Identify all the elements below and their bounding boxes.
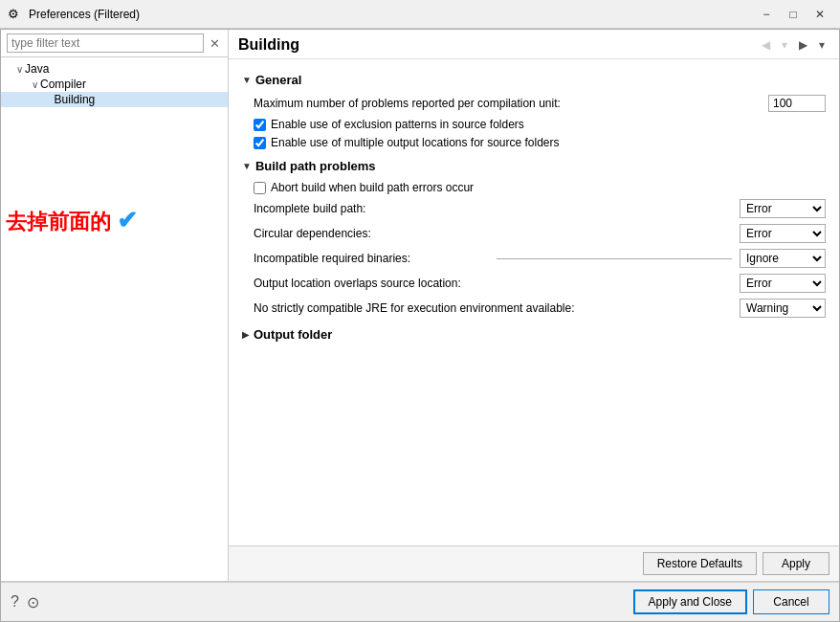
footer-icons: ? ⊙ bbox=[11, 593, 39, 611]
window-controls: − □ ✕ bbox=[754, 5, 832, 24]
max-problems-label: Maximum number of problems reported per … bbox=[254, 97, 768, 110]
multiple-output-checkbox[interactable] bbox=[254, 137, 266, 149]
nav-back-dropdown[interactable]: ▾ bbox=[777, 35, 792, 55]
apply-button[interactable]: Apply bbox=[763, 552, 829, 575]
nav-buttons: ◀ ▾ ▶ ▾ bbox=[757, 35, 829, 55]
incompatible-binaries-label: Incompatible required binaries: bbox=[254, 252, 489, 265]
tree-label-java: Java bbox=[25, 62, 49, 76]
tree-toggle-building bbox=[47, 95, 53, 105]
abort-build-row: Abort build when build path errors occur bbox=[254, 181, 826, 194]
no-jre-row: No strictly compatible JRE for execution… bbox=[254, 299, 826, 318]
max-problems-input[interactable] bbox=[768, 95, 826, 112]
incomplete-buildpath-row: Incomplete build path: Error Warning Ign… bbox=[254, 199, 826, 218]
incomplete-buildpath-select[interactable]: Error Warning Ignore bbox=[740, 199, 826, 218]
nav-forward-button[interactable]: ▶ bbox=[794, 35, 812, 55]
output-overlaps-label: Output location overlaps source location… bbox=[254, 277, 740, 290]
footer-right-buttons: Apply and Close Cancel bbox=[633, 589, 829, 614]
nav-back-button[interactable]: ◀ bbox=[757, 35, 775, 55]
tree-area: ∨ Java ∨ Compiler Building 去掉前面的 ✔ bbox=[1, 57, 228, 581]
tree-label-building: Building bbox=[55, 93, 96, 106]
buildpath-section-content: Abort build when build path errors occur… bbox=[254, 181, 826, 318]
output-overlaps-row: Output location overlaps source location… bbox=[254, 274, 826, 293]
max-problems-row: Maximum number of problems reported per … bbox=[254, 95, 826, 112]
app-icon: ⚙ bbox=[8, 7, 23, 22]
right-header: Building ◀ ▾ ▶ ▾ bbox=[229, 30, 839, 59]
minimize-button[interactable]: − bbox=[754, 5, 779, 24]
output-overlaps-select[interactable]: Error Warning Ignore bbox=[740, 274, 826, 293]
tree-item-compiler[interactable]: ∨ Compiler bbox=[1, 77, 228, 92]
incompatible-binaries-select[interactable]: Error Warning Ignore bbox=[740, 249, 826, 268]
no-jre-select[interactable]: Error Warning Ignore bbox=[740, 299, 826, 318]
incompatible-binaries-row: Incompatible required binaries: Error Wa… bbox=[254, 249, 826, 268]
general-section-title: General bbox=[255, 73, 301, 87]
filter-clear-button[interactable]: ✕ bbox=[208, 36, 222, 51]
filter-input[interactable] bbox=[7, 33, 204, 53]
circular-deps-label: Circular dependencies: bbox=[254, 227, 740, 240]
apply-and-close-button[interactable]: Apply and Close bbox=[633, 589, 747, 614]
bottom-bar: Restore Defaults Apply bbox=[229, 545, 839, 581]
annotation-checkmark: ✔ bbox=[117, 206, 138, 234]
multiple-output-link[interactable]: multiple output locations bbox=[344, 136, 468, 149]
buildpath-section-title: Build path problems bbox=[255, 159, 376, 173]
outputfolder-section-title: Output folder bbox=[254, 327, 332, 342]
tree-toggle-java: ∨ bbox=[16, 64, 23, 75]
outputfolder-section-toggle[interactable]: ▶ bbox=[242, 329, 250, 340]
right-panel: Building ◀ ▾ ▶ ▾ ▼ General Maximum numbe… bbox=[229, 30, 839, 581]
tree-item-building[interactable]: Building bbox=[1, 92, 228, 107]
tree-item-java[interactable]: ∨ Java bbox=[1, 61, 228, 77]
general-section-toggle[interactable]: ▼ bbox=[242, 75, 252, 85]
multiple-output-label: Enable use of multiple output locations … bbox=[271, 136, 560, 149]
tree-label-compiler: Compiler bbox=[40, 78, 86, 91]
exclusion-patterns-checkbox[interactable] bbox=[254, 119, 266, 131]
window-title: Preferences (Filtered) bbox=[29, 8, 754, 21]
exclusion-patterns-row: Enable use of exclusion patterns in sour… bbox=[254, 118, 826, 131]
circular-deps-select[interactable]: Error Warning Ignore bbox=[740, 224, 826, 243]
nav-forward-dropdown[interactable]: ▾ bbox=[814, 35, 829, 55]
restore-defaults-button[interactable]: Restore Defaults bbox=[643, 552, 757, 575]
multiple-output-suffix: for source folders bbox=[467, 136, 559, 149]
cancel-button[interactable]: Cancel bbox=[753, 589, 829, 614]
tree-toggle-compiler: ∨ bbox=[32, 79, 38, 90]
footer-bar: ? ⊙ Apply and Close Cancel bbox=[1, 581, 839, 621]
incomplete-buildpath-label: Incomplete build path: bbox=[254, 202, 740, 215]
titlebar: ⚙ Preferences (Filtered) − □ ✕ bbox=[0, 0, 840, 29]
filter-box: ✕ bbox=[1, 30, 228, 57]
annotation-text: 去掉前面的 ✔ bbox=[6, 206, 138, 236]
help-icon-button[interactable]: ? bbox=[11, 593, 19, 611]
exclusion-patterns-label: Enable use of exclusion patterns in sour… bbox=[271, 118, 524, 131]
maximize-button[interactable]: □ bbox=[781, 5, 806, 24]
settings-icon-button[interactable]: ⊙ bbox=[27, 593, 39, 611]
abort-build-label: Abort build when build path errors occur bbox=[271, 181, 474, 194]
abort-build-checkbox[interactable] bbox=[254, 182, 266, 194]
content-area: ✕ ∨ Java ∨ Compiler Building bbox=[1, 30, 839, 581]
section-title: Building bbox=[238, 36, 299, 54]
buildpath-section-header: ▼ Build path problems bbox=[242, 159, 826, 173]
close-button[interactable]: ✕ bbox=[807, 5, 832, 24]
buildpath-section-toggle[interactable]: ▼ bbox=[242, 161, 252, 171]
outputfolder-section-header: ▶ Output folder bbox=[242, 327, 826, 342]
separator-line bbox=[497, 258, 732, 259]
multiple-output-row: Enable use of multiple output locations … bbox=[254, 136, 826, 149]
circular-deps-row: Circular dependencies: Error Warning Ign… bbox=[254, 224, 826, 243]
right-content: ▼ General Maximum number of problems rep… bbox=[229, 59, 839, 545]
general-section-content: Maximum number of problems reported per … bbox=[254, 95, 826, 149]
multiple-output-prefix: Enable use of bbox=[271, 136, 344, 149]
general-section-header: ▼ General bbox=[242, 73, 826, 87]
annotation-chinese: 去掉前面的 bbox=[6, 210, 111, 233]
main-window: ✕ ∨ Java ∨ Compiler Building bbox=[0, 29, 840, 622]
left-panel: ✕ ∨ Java ∨ Compiler Building bbox=[1, 30, 229, 581]
no-jre-label: No strictly compatible JRE for execution… bbox=[254, 301, 740, 315]
